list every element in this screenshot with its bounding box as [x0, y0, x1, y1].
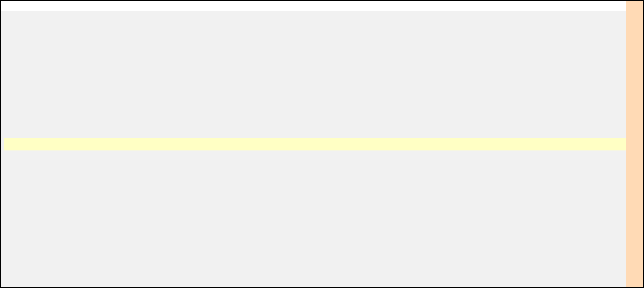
- spectrogram-lcp: [9, 150, 625, 279]
- rcp-polarization-strip: [1, 11, 9, 138]
- dps-spectrogram-page: [0, 0, 644, 288]
- time-axis: [4, 138, 626, 150]
- frequency-scale: [626, 1, 643, 287]
- title-bar: [1, 1, 626, 11]
- spectrogram-rcp: [9, 11, 625, 138]
- lcp-polarization-strip: [1, 150, 9, 279]
